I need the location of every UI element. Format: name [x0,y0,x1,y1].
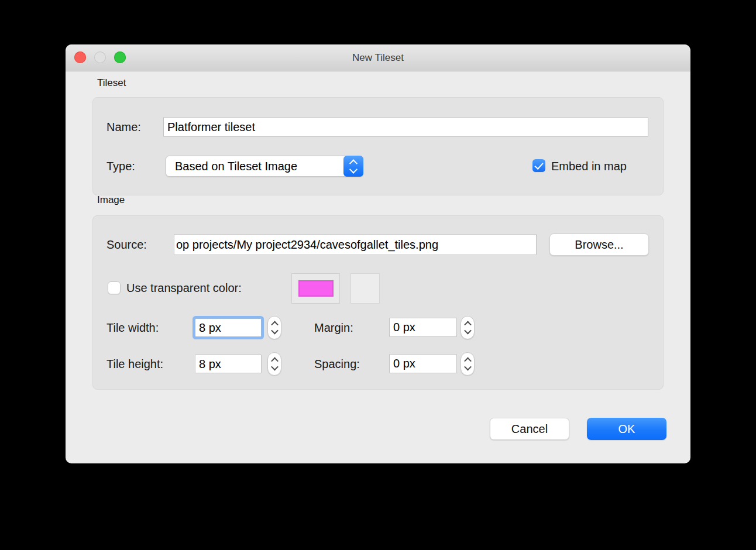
tile-height-stepper[interactable] [267,352,281,376]
transparent-color-swatch [298,280,334,297]
select-chevrons-icon [343,156,363,177]
spacing-stepper[interactable] [461,352,475,376]
tile-width-stepper[interactable] [267,316,281,339]
tileset-section-label: Tileset [97,77,126,89]
image-section-label: Image [97,194,125,206]
name-input[interactable] [163,117,648,137]
pick-color-from-image-button[interactable] [350,273,380,304]
margin-label: Margin: [314,317,353,338]
margin-input[interactable] [389,318,457,337]
stepper-down-icon[interactable] [464,327,472,335]
tile-height-input[interactable] [195,355,262,373]
tile-height-label: Tile height: [106,353,163,374]
type-label: Type: [106,156,135,177]
source-input[interactable] [174,234,537,255]
tileset-groupbox [92,97,664,195]
ok-button[interactable]: OK [587,418,666,440]
browse-button[interactable]: Browse... [549,233,649,256]
title-bar[interactable]: New Tileset [66,44,690,71]
stepper-down-icon[interactable] [271,327,279,335]
cancel-button[interactable]: Cancel [490,418,569,440]
embed-in-map-checkbox[interactable] [532,159,545,172]
use-transparent-color-checkbox[interactable] [108,281,121,294]
name-label: Name: [106,117,141,137]
source-label: Source: [106,234,147,255]
spacing-input[interactable] [389,354,457,373]
margin-stepper[interactable] [461,316,475,339]
transparent-color-picker-button[interactable] [291,273,340,304]
stepper-down-icon[interactable] [464,363,472,371]
type-select-value: Based on Tileset Image [175,156,297,176]
tile-width-label: Tile width: [106,317,159,338]
window-title: New Tileset [66,44,690,71]
tile-width-input[interactable] [195,318,262,337]
checkmark-icon [534,160,543,170]
spacing-label: Spacing: [314,353,360,374]
use-transparent-color-label[interactable]: Use transparent color: [126,277,242,298]
stepper-down-icon[interactable] [271,363,279,371]
type-select[interactable]: Based on Tileset Image [166,156,363,177]
embed-in-map-label[interactable]: Embed in map [551,156,627,177]
new-tileset-dialog: New Tileset Tileset Name: Type: Based on… [66,44,690,463]
